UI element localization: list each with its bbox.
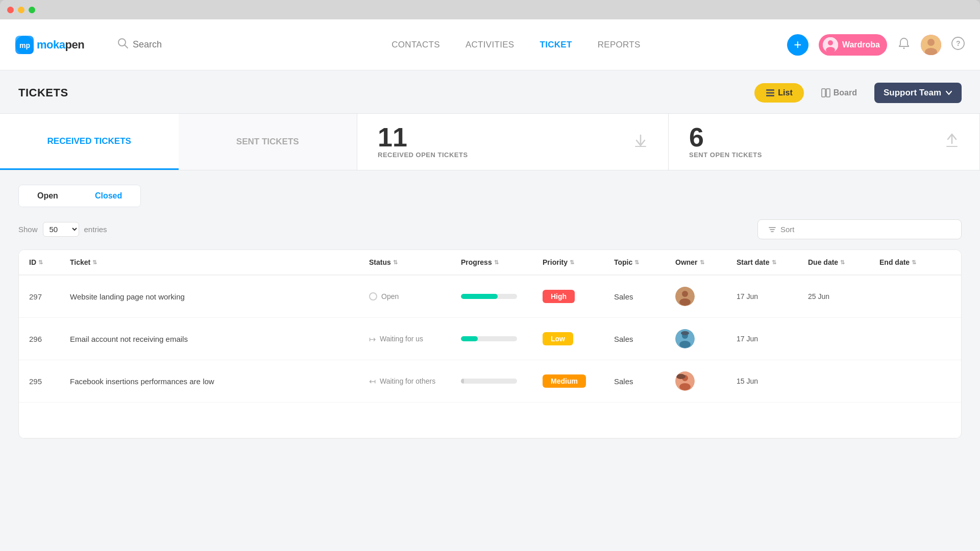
- download-icon: [633, 133, 648, 151]
- fullscreen-button[interactable]: [29, 7, 35, 13]
- received-label: RECEIVED OPEN TICKETS: [378, 151, 468, 160]
- table-header: ID ⇅ Ticket ⇅ Status ⇅ Progress ⇅ Priori…: [19, 250, 961, 276]
- list-view-button[interactable]: List: [754, 83, 803, 103]
- logo-text: mokapen: [37, 38, 84, 52]
- page-header: TICKETS List Board Support Team: [0, 70, 980, 114]
- sort-start-icon: ⇅: [772, 259, 776, 266]
- view-toggles: List Board Support Team: [754, 83, 962, 103]
- table-row-empty: [19, 403, 961, 438]
- wardroba-label: Wardroba: [842, 40, 880, 49]
- sent-label: SENT OPEN TICKETS: [689, 151, 762, 160]
- tab-sent[interactable]: SENT TICKETS: [179, 114, 357, 170]
- search-area[interactable]: [117, 38, 214, 52]
- received-count: 11: [378, 124, 468, 151]
- cell-id-297: 297: [29, 292, 70, 301]
- col-progress[interactable]: Progress ⇅: [461, 258, 543, 266]
- sort-button[interactable]: Sort: [757, 219, 962, 239]
- tickets-table: ID ⇅ Ticket ⇅ Status ⇅ Progress ⇅ Priori…: [18, 249, 962, 439]
- svg-text:?: ?: [956, 39, 961, 47]
- search-input[interactable]: [133, 39, 214, 50]
- svg-point-22: [679, 298, 691, 306]
- nav-contacts[interactable]: CONTACTS: [391, 40, 440, 50]
- sub-tab-open[interactable]: Open: [19, 185, 77, 207]
- progress-bar: [461, 379, 517, 384]
- priority-badge: Low: [543, 332, 573, 345]
- priority-badge: Medium: [543, 374, 586, 388]
- cell-ticket-297: Website landing page not working: [70, 292, 369, 301]
- stats-bar: RECEIVED TICKETS SENT TICKETS 11 RECEIVE…: [0, 114, 980, 170]
- cell-topic-297: Sales: [614, 292, 675, 301]
- svg-text:mp: mp: [19, 41, 30, 49]
- sent-stat: 6 SENT OPEN TICKETS: [669, 114, 980, 170]
- table-row[interactable]: 296 Email account not receiving emails ↦…: [19, 318, 961, 360]
- logo: mp mokapen: [15, 36, 97, 54]
- col-ticket[interactable]: Ticket ⇅: [70, 258, 369, 266]
- col-owner[interactable]: Owner ⇅: [675, 258, 737, 266]
- col-id[interactable]: ID ⇅: [29, 258, 70, 266]
- sort-progress-icon: ⇅: [494, 259, 499, 266]
- cell-id-295: 295: [29, 377, 70, 386]
- show-entries: Show 50 25 10 entries: [18, 222, 107, 237]
- svg-rect-16: [822, 89, 825, 97]
- sort-status-icon: ⇅: [393, 259, 398, 266]
- progress-fill: [461, 379, 464, 384]
- col-due-date[interactable]: Due date ⇅: [808, 258, 879, 266]
- col-start-date[interactable]: Start date ⇅: [737, 258, 808, 266]
- cell-status-297: Open: [369, 292, 461, 300]
- col-end-date[interactable]: End date ⇅: [879, 258, 951, 266]
- wardroba-icon: [823, 37, 838, 53]
- sort-topic-icon: ⇅: [634, 259, 639, 266]
- user-avatar[interactable]: [921, 35, 941, 55]
- col-topic[interactable]: Topic ⇅: [614, 258, 675, 266]
- col-status[interactable]: Status ⇅: [369, 258, 461, 266]
- svg-point-21: [682, 291, 688, 297]
- nav-right: + Wardroba: [787, 34, 965, 56]
- sub-tabs: Open Closed: [18, 185, 141, 207]
- progress-fill: [461, 336, 478, 341]
- svg-rect-17: [826, 89, 830, 97]
- upload-icon: [945, 133, 959, 151]
- close-button[interactable]: [7, 7, 14, 13]
- cell-ticket-295: Facebook insertions performances are low: [70, 377, 369, 386]
- progress-bar: [461, 294, 517, 299]
- sort-id-icon: ⇅: [38, 259, 43, 266]
- sort-label: Sort: [780, 225, 795, 234]
- cell-priority-297: High: [543, 290, 614, 303]
- sort-owner-icon: ⇅: [700, 259, 704, 266]
- priority-badge: High: [543, 290, 575, 303]
- cell-progress-297: [461, 294, 543, 299]
- help-button[interactable]: ?: [951, 37, 965, 53]
- table-controls: Show 50 25 10 entries Sort: [18, 219, 962, 239]
- cell-id-296: 296: [29, 335, 70, 343]
- entries-select[interactable]: 50 25 10: [43, 222, 79, 237]
- add-button[interactable]: +: [787, 34, 808, 56]
- waiting-us-icon: ↦: [369, 334, 376, 344]
- col-priority[interactable]: Priority ⇅: [543, 258, 614, 266]
- nav-activities[interactable]: ACTIVITIES: [465, 40, 514, 50]
- logo-icon: mp: [15, 36, 34, 54]
- progress-fill: [461, 294, 498, 299]
- wardroba-menu[interactable]: Wardroba: [819, 34, 887, 56]
- board-view-button[interactable]: Board: [810, 83, 868, 103]
- owner-avatar: [675, 287, 695, 306]
- waiting-others-icon: ↤: [369, 377, 376, 386]
- page-title: TICKETS: [18, 86, 68, 99]
- tab-section: RECEIVED TICKETS SENT TICKETS: [0, 114, 357, 170]
- sent-count: 6: [689, 124, 762, 151]
- table-row[interactable]: 297 Website landing page not working Ope…: [19, 276, 961, 318]
- nav-reports[interactable]: REPORTS: [598, 40, 641, 50]
- cell-topic-296: Sales: [614, 335, 675, 343]
- table-row[interactable]: 295 Facebook insertions performances are…: [19, 360, 961, 403]
- show-label: Show: [18, 225, 38, 234]
- main-nav: CONTACTS ACTIVITIES TICKET REPORTS: [245, 40, 787, 50]
- svg-point-5: [828, 40, 833, 45]
- nav-ticket[interactable]: TICKET: [540, 40, 572, 50]
- team-dropdown[interactable]: Support Team: [874, 83, 962, 103]
- sub-tab-closed[interactable]: Closed: [77, 185, 140, 207]
- progress-bar: [461, 336, 517, 341]
- notifications-bell[interactable]: [897, 37, 911, 53]
- minimize-button[interactable]: [18, 7, 24, 13]
- entries-label: entries: [84, 225, 107, 234]
- tab-received[interactable]: RECEIVED TICKETS: [0, 114, 179, 170]
- cell-status-296: ↦ Waiting for us: [369, 334, 461, 344]
